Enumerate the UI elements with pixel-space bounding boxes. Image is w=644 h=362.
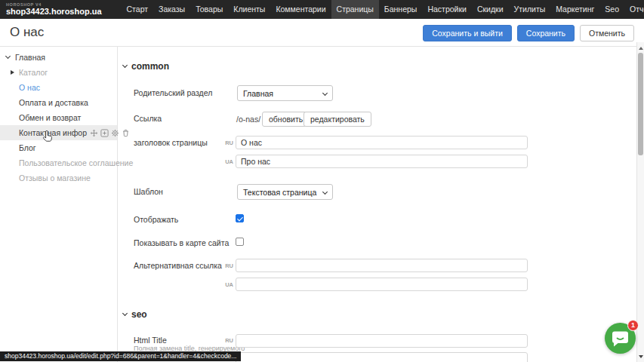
- top-navbar: HOROSHOP V4 shop34423.horoshop.ua Старт …: [0, 0, 644, 19]
- menu-item-start[interactable]: Старт: [122, 0, 154, 19]
- menu-item-utilities[interactable]: Утилиты: [509, 0, 551, 19]
- tree-item-user-agreement[interactable]: Пользовательское соглашение: [0, 155, 117, 170]
- tree-item-about[interactable]: О нас: [0, 80, 117, 95]
- section-title: common: [131, 61, 169, 72]
- tree-item-label: Каталог: [19, 68, 48, 77]
- lang-tag-ua: UA: [223, 158, 233, 165]
- menu-item-orders[interactable]: Заказы: [153, 0, 190, 19]
- parent-section-select[interactable]: Главная: [237, 85, 333, 101]
- menu-item-settings[interactable]: Настройки: [422, 0, 472, 19]
- menu-item-clients[interactable]: Клиенты: [228, 0, 270, 19]
- edit-form: common Родительский раздел Главная Ссылк…: [119, 46, 636, 362]
- menu-item-products[interactable]: Товары: [190, 0, 228, 19]
- status-url-tooltip: shop34423.horoshop.ua/edit/edit.php?id=6…: [0, 351, 241, 361]
- cancel-button[interactable]: Отменить: [580, 25, 634, 41]
- chat-unread-badge[interactable]: 1: [627, 320, 639, 331]
- menu-item-banners[interactable]: Баннеры: [379, 0, 423, 19]
- template-select[interactable]: Текстовая страница: [237, 184, 333, 200]
- save-and-exit-button[interactable]: Сохранить и выйти: [423, 25, 512, 41]
- page-title-ru-input[interactable]: [236, 136, 528, 149]
- sitemap-label: Показывать в карте сайта: [134, 238, 229, 247]
- pages-tree-sidebar: Главная Каталог О нас Оплата и доставка …: [0, 47, 118, 362]
- chevron-down-icon[interactable]: [5, 54, 11, 59]
- brand-logo[interactable]: HOROSHOP V4 shop34423.horoshop.ua: [6, 3, 102, 17]
- menu-item-reports[interactable]: Отчеты: [624, 0, 644, 19]
- link-label: Ссылка: [134, 114, 162, 123]
- chevron-down-icon: [322, 90, 328, 96]
- scroll-up-arrow-icon[interactable]: [639, 47, 643, 50]
- html-title-ru-input[interactable]: [236, 334, 528, 348]
- admin-screen: HOROSHOP V4 shop34423.horoshop.ua Старт …: [0, 0, 644, 362]
- lang-tag-ru: RU: [223, 262, 233, 269]
- lang-tag-ua: UA: [223, 281, 233, 288]
- menu-item-seo[interactable]: Seo: [599, 0, 624, 19]
- tree-item-label: Контактная инфор: [19, 128, 87, 137]
- tree-item-label: Пользовательское соглашение: [19, 158, 133, 167]
- display-checkbox[interactable]: [236, 214, 244, 222]
- tree-item-home[interactable]: Главная: [0, 50, 117, 65]
- tree-item-store-reviews[interactable]: Отзывы о магазине: [0, 170, 117, 186]
- move-icon[interactable]: [90, 129, 98, 137]
- parent-section-label: Родительский раздел: [134, 88, 212, 97]
- link-refresh-button[interactable]: обновить: [262, 112, 310, 127]
- tree-item-label: Главная: [15, 53, 45, 62]
- section-title: seo: [131, 309, 147, 320]
- link-edit-button[interactable]: редактировать: [304, 112, 371, 127]
- tree-item-label: Оплата и доставка: [19, 98, 88, 107]
- html-title-ua-input[interactable]: [236, 352, 528, 362]
- lang-tag-ru: RU: [223, 337, 233, 344]
- html-title-label: Html Title: [134, 336, 167, 345]
- menu-item-pages[interactable]: Страницы: [331, 0, 379, 19]
- chevron-right-icon[interactable]: [11, 70, 14, 75]
- menu-item-comments[interactable]: Комментарии: [270, 0, 331, 19]
- template-label: Шаблон: [134, 187, 163, 196]
- tree-item-label: О нас: [19, 83, 40, 92]
- menu-item-marketing[interactable]: Маркетинг: [550, 0, 599, 19]
- add-icon[interactable]: [100, 129, 109, 137]
- tree-item-payment-delivery[interactable]: Оплата и доставка: [0, 95, 117, 110]
- main-menu: Старт Заказы Товары Клиенты Комментарии …: [122, 0, 644, 19]
- sitemap-checkbox[interactable]: [236, 238, 244, 246]
- select-value: Текстовая страница: [243, 188, 316, 197]
- tree-item-label: Блог: [19, 143, 36, 152]
- tree-item-label: Обмен и возврат: [19, 113, 81, 122]
- scroll-down-arrow-icon[interactable]: [639, 355, 643, 358]
- page-title: О нас: [10, 25, 44, 40]
- tree-item-blog[interactable]: Блог: [0, 140, 117, 155]
- section-seo-header[interactable]: seo: [123, 309, 147, 320]
- scrollbar-thumb[interactable]: [638, 53, 643, 155]
- menu-item-discounts[interactable]: Скидки: [472, 0, 509, 19]
- tree-item-contact-info[interactable]: Контактная инфор: [0, 125, 117, 140]
- page-title-label: заголовок страницы: [134, 138, 208, 147]
- select-value: Главная: [243, 89, 273, 98]
- header-actions: Сохранить и выйти Сохранить Отменить: [423, 25, 634, 41]
- tree-item-label: Отзывы о магазине: [19, 173, 91, 183]
- display-label: Отображать: [134, 215, 178, 224]
- page-title-ua-input[interactable]: [236, 155, 528, 168]
- tree-item-exchange-return[interactable]: Обмен и возврат: [0, 110, 117, 125]
- tree-item-catalog[interactable]: Каталог: [0, 65, 117, 80]
- alt-link-ua-input[interactable]: [236, 278, 528, 291]
- lang-tag-ru: RU: [223, 140, 233, 146]
- chevron-down-icon: [122, 63, 128, 68]
- brand-domain: shop34423.horoshop.ua: [6, 8, 102, 16]
- alt-link-label: Альтернативная ссылка: [134, 261, 222, 270]
- alt-link-ru-input[interactable]: [236, 259, 528, 272]
- chevron-down-icon: [322, 189, 328, 195]
- section-common-header[interactable]: common: [123, 61, 169, 72]
- save-button[interactable]: Сохранить: [517, 25, 575, 41]
- vertical-scrollbar[interactable]: [636, 42, 644, 362]
- link-path-value: /o-nas/: [236, 112, 260, 127]
- chevron-down-icon: [122, 311, 128, 316]
